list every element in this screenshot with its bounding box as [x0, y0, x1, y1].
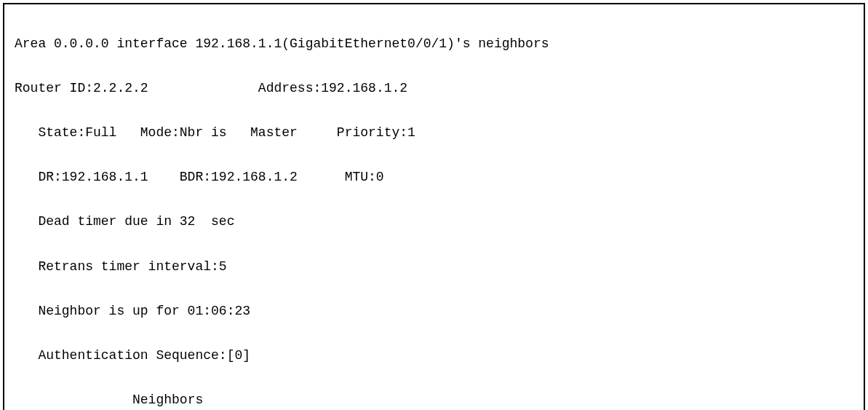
terminal-output: Area 0.0.0.0 interface 192.168.1.1(Gigab…: [3, 3, 865, 410]
area1-auth-line: Authentication Sequence:[0]: [15, 344, 853, 367]
area1-router-id-line: Router ID:2.2.2.2 Address:192.168.1.2: [15, 77, 853, 100]
area1-dr-line: DR:192.168.1.1 BDR:192.168.1.2 MTU:0: [15, 166, 853, 189]
area1-header: Area 0.0.0.0 interface 192.168.1.1(Gigab…: [15, 33, 853, 55]
area1-dead-timer-line: Dead timer due in 32 sec: [15, 210, 853, 233]
area1-state-line: State:Full Mode:Nbr is Master Priority:1: [15, 122, 853, 144]
neighbors-label: Neighbors: [15, 389, 853, 410]
area1-retrans-line: Retrans timer interval:5: [15, 256, 853, 278]
area1-uptime-line: Neighbor is up for 01:06:23: [15, 300, 853, 323]
